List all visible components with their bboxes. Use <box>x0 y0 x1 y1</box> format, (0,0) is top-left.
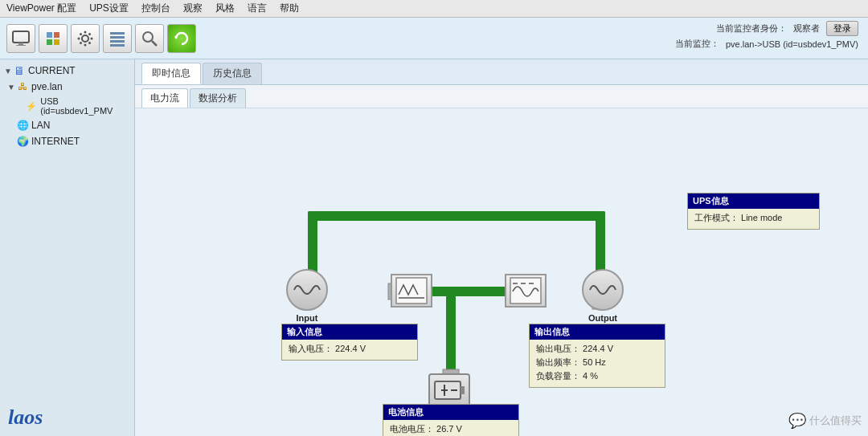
monitor-value: pve.lan->USB (id=usbdev1_PMV) <box>726 39 858 49</box>
toolbar-config-btn[interactable] <box>39 24 68 53</box>
toolbar: 当前监控者身份： 观察者 登录 当前监控： pve.lan->USB (id=u… <box>0 18 868 59</box>
svg-rect-41 <box>461 386 465 394</box>
battery-info-header: 电池信息 <box>383 405 518 420</box>
svg-rect-2 <box>16 45 26 46</box>
output-info-box: 输出信息 输出电压： 224.4 V 输出频率： 50 Hz 负载容量： 4 % <box>529 324 665 388</box>
output-info-body: 输出电压： 224.4 V 输出频率： 50 Hz 负载容量： 4 % <box>530 340 665 387</box>
sub-tabs: 电力流 数据分析 <box>135 85 868 108</box>
toolbar-monitor-btn[interactable] <box>6 24 35 53</box>
ups-info-box: UPS信息 工作模式： Line mode <box>687 193 820 230</box>
menu-console[interactable]: 控制台 <box>141 2 170 15</box>
sidebar-current-root[interactable]: ▼ 🖥 CURRENT <box>0 63 134 79</box>
tab-history[interactable]: 历史信息 <box>203 63 262 84</box>
sidebar: ▼ 🖥 CURRENT ▼ 🖧 pve.lan ⚡ USB (id=usbdev… <box>0 59 135 436</box>
ups-mode-field: 工作模式： Line mode <box>694 212 813 224</box>
toolbar-list-btn[interactable] <box>103 24 132 53</box>
toolbar-search-btn[interactable] <box>135 24 164 53</box>
tree-toggle-usb <box>16 102 26 111</box>
watermark-text: 什么值得买 <box>809 414 862 428</box>
ups-mode-label: 工作模式： <box>694 213 739 222</box>
sidebar-lan-label: LAN <box>31 120 50 131</box>
sidebar-item-lan[interactable]: 🌐 LAN <box>0 117 134 133</box>
ups-info-body: 工作模式： Line mode <box>688 209 819 229</box>
ups-mode-value: Line mode <box>741 213 782 222</box>
subtab-powerflow[interactable]: 电力流 <box>141 88 188 108</box>
battery-icon-svg <box>433 378 465 402</box>
monitor-icon: 🖥 <box>13 64 26 77</box>
output-voltage-value: 224.4 V <box>583 344 613 353</box>
svg-point-11 <box>91 37 93 39</box>
output-label: Output <box>582 313 624 323</box>
svg-marker-22 <box>174 36 178 39</box>
svg-point-8 <box>84 31 87 33</box>
diagram-area: Input <box>135 108 868 436</box>
main-layout: ▼ 🖥 CURRENT ▼ 🖧 pve.lan ⚡ USB (id=usbdev… <box>0 59 868 436</box>
input-voltage-value: 224.4 V <box>335 344 366 353</box>
toolbar-refresh-btn[interactable] <box>167 24 196 53</box>
input-info-box: 输入信息 输入电压： 224.4 V <box>281 324 418 361</box>
svg-rect-3 <box>47 32 52 38</box>
svg-point-13 <box>88 42 91 44</box>
svg-point-7 <box>82 35 88 42</box>
svg-rect-36 <box>510 278 541 304</box>
tree-toggle-internet <box>6 137 16 146</box>
battery-voltage-field: 电池电压： 26.7 V <box>390 423 512 435</box>
toolbar-gear-btn[interactable] <box>71 24 100 53</box>
input-voltage-label: 输入电压： <box>289 344 333 353</box>
watermark-icon: 💬 <box>788 412 806 430</box>
tree-toggle-current[interactable]: ▼ <box>3 67 13 75</box>
menu-lang[interactable]: 语言 <box>248 2 267 15</box>
svg-rect-17 <box>110 36 125 39</box>
input-sine-icon <box>293 279 321 301</box>
sidebar-item-pvelan[interactable]: ▼ 🖧 pve.lan <box>0 79 134 95</box>
subtab-dataanalysis[interactable]: 数据分析 <box>190 88 246 108</box>
sidebar-internet-label: INTERNET <box>31 136 80 147</box>
output-sine-icon <box>588 279 617 301</box>
svg-rect-0 <box>13 31 29 43</box>
svg-point-20 <box>143 32 153 42</box>
ups-icon: ⚡ <box>26 100 39 112</box>
svg-rect-19 <box>110 44 125 47</box>
menu-view[interactable]: 观察 <box>183 2 203 15</box>
svg-point-14 <box>80 42 82 44</box>
menu-ups[interactable]: UPS设置 <box>89 2 129 15</box>
tree-toggle-pvelan[interactable]: ▼ <box>6 83 16 92</box>
menu-bar: ViewPower 配置 UPS设置 控制台 观察 风格 语言 帮助 <box>0 0 868 18</box>
input-info-body: 输入电压： 224.4 V <box>282 340 417 360</box>
tab-realtime[interactable]: 即时信息 <box>141 63 201 84</box>
sidebar-item-internet[interactable]: 🌍 INTERNET <box>0 133 134 149</box>
inverter-component <box>505 274 547 308</box>
battery-component <box>428 373 470 407</box>
login-button[interactable]: 登录 <box>826 21 858 36</box>
svg-rect-24 <box>308 211 605 221</box>
input-component <box>286 269 328 311</box>
svg-rect-5 <box>47 39 52 45</box>
svg-line-21 <box>152 41 157 46</box>
battery-info-box: 电池信息 电池电压： 26.7 V 电池容量： 100 % <box>383 404 519 436</box>
ups-info-header: UPS信息 <box>688 194 819 209</box>
battery-info-body: 电池电压： 26.7 V 电池容量： 100 % <box>383 420 518 436</box>
svg-rect-6 <box>54 39 59 45</box>
svg-rect-32 <box>446 295 456 376</box>
menu-viewpower[interactable]: ViewPower 配置 <box>6 2 76 15</box>
monitor-label: 当前监控： <box>675 38 719 50</box>
sidebar-item-usb[interactable]: ⚡ USB (id=usbdev1_PMV <box>0 95 134 117</box>
menu-style[interactable]: 风格 <box>215 2 235 15</box>
menu-help[interactable]: 帮助 <box>280 2 299 15</box>
sidebar-current-label: CURRENT <box>28 65 76 76</box>
svg-rect-4 <box>54 32 59 38</box>
content-area: 即时信息 历史信息 电力流 数据分析 <box>135 59 868 436</box>
input-info-header: 输入信息 <box>282 324 417 340</box>
rectifier-icon <box>395 277 428 304</box>
output-load-label: 负载容量： <box>536 371 580 381</box>
tree-toggle-lan <box>6 121 16 130</box>
main-tabs: 即时信息 历史信息 <box>135 59 868 85</box>
svg-rect-18 <box>110 40 125 43</box>
input-label: Input <box>286 313 328 323</box>
output-freq-field: 输出频率： 50 Hz <box>536 357 658 369</box>
svg-point-12 <box>80 33 82 35</box>
watermark: 💬 什么值得买 <box>788 412 862 430</box>
server-icon: 🖧 <box>16 80 29 93</box>
battery-voltage-value: 26.7 V <box>436 424 462 434</box>
sidebar-pvelan-label: pve.lan <box>31 81 63 92</box>
